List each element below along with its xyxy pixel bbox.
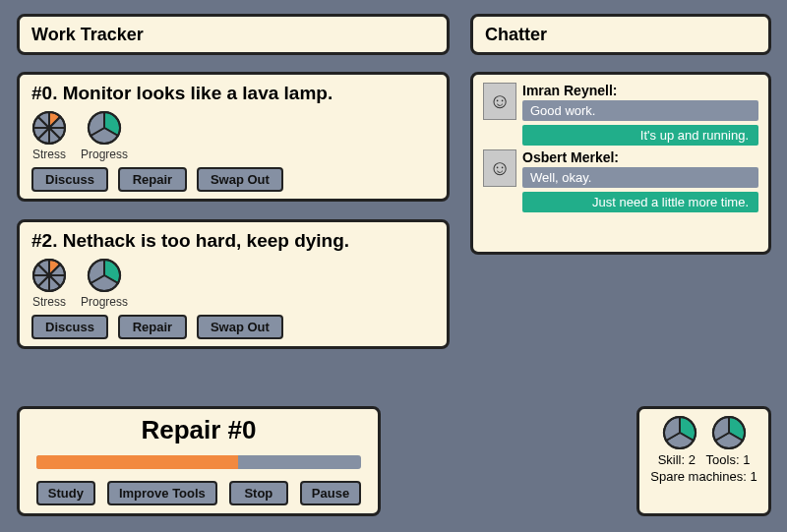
chat-thread: ☺ Imran Reynell: Good work. It's up and … bbox=[483, 83, 758, 146]
stress-pie-icon bbox=[31, 110, 67, 146]
discuss-button[interactable]: Discuss bbox=[31, 167, 108, 192]
progress-label: Progress bbox=[81, 148, 128, 161]
stop-button[interactable]: Stop bbox=[229, 481, 288, 505]
ticket-card-2: #2. Nethack is too hard, keep dying. Str… bbox=[17, 219, 450, 349]
study-button[interactable]: Study bbox=[36, 481, 95, 505]
improve-tools-button[interactable]: Improve Tools bbox=[107, 481, 217, 505]
work-tracker-title: Work Tracker bbox=[20, 17, 447, 53]
spare-machines-line: Spare machines: 1 bbox=[650, 469, 757, 484]
stress-label: Stress bbox=[32, 295, 66, 309]
chat-sender-name: Osbert Merkel: bbox=[522, 149, 758, 165]
progress-pie-icon bbox=[87, 258, 122, 293]
progress-label: Progress bbox=[81, 295, 128, 309]
repair-button[interactable]: Repair bbox=[118, 315, 187, 339]
swap-out-button[interactable]: Swap Out bbox=[197, 315, 283, 339]
skill-pie-icon bbox=[662, 415, 697, 450]
ticket-title: #0. Monitor looks like a lava lamp. bbox=[20, 75, 447, 108]
chat-outgoing-message: It's up and running. bbox=[522, 125, 758, 146]
chatter-panel: ☺ Imran Reynell: Good work. It's up and … bbox=[470, 72, 771, 255]
skill-tools-line: Skill: 2 Tools: 1 bbox=[658, 452, 751, 467]
repair-progress-bar bbox=[36, 455, 361, 469]
chat-incoming-message: Well, okay. bbox=[522, 167, 758, 188]
discuss-button[interactable]: Discuss bbox=[31, 315, 108, 339]
work-tracker-header: Work Tracker bbox=[17, 14, 450, 55]
avatar-icon: ☺ bbox=[483, 83, 516, 120]
stats-panel: Skill: 2 Tools: 1 Spare machines: 1 bbox=[636, 406, 771, 516]
progress-pie-icon bbox=[87, 110, 122, 146]
chat-outgoing-message: Just need a little more time. bbox=[522, 192, 758, 212]
chat-sender-name: Imran Reynell: bbox=[522, 83, 758, 98]
stress-pie-icon bbox=[31, 258, 67, 293]
tools-pie-icon bbox=[711, 415, 747, 450]
repair-button[interactable]: Repair bbox=[118, 167, 187, 192]
swap-out-button[interactable]: Swap Out bbox=[197, 167, 283, 192]
chat-thread: ☺ Osbert Merkel: Well, okay. Just need a… bbox=[483, 149, 758, 212]
repair-panel: Repair #0 Study Improve Tools Stop Pause bbox=[17, 406, 381, 516]
stress-label: Stress bbox=[32, 148, 66, 161]
ticket-title: #2. Nethack is too hard, keep dying. bbox=[20, 222, 447, 256]
chatter-header: Chatter bbox=[470, 14, 771, 55]
pause-button[interactable]: Pause bbox=[300, 481, 361, 505]
avatar-icon: ☺ bbox=[483, 149, 516, 187]
repair-title: Repair #0 bbox=[141, 415, 256, 445]
ticket-card-0: #0. Monitor looks like a lava lamp. Stre… bbox=[17, 72, 450, 202]
chatter-title: Chatter bbox=[473, 17, 768, 53]
chat-incoming-message: Good work. bbox=[522, 100, 758, 121]
repair-progress-fill bbox=[36, 455, 238, 469]
